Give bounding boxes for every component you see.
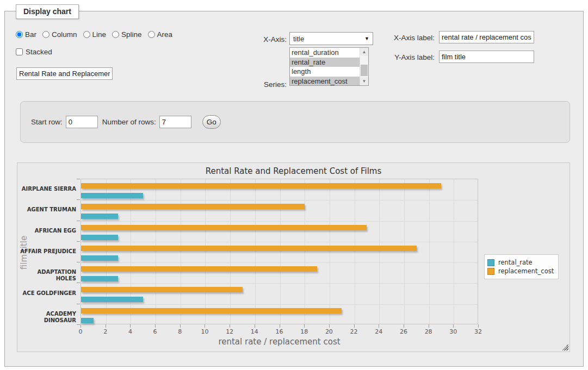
chart-type-radio-group: BarColumnLineSplineArea [16, 30, 178, 39]
x-axis-selected-value: title [293, 35, 304, 43]
x-tick-mark [379, 324, 379, 328]
chart-type-label: Column [52, 30, 77, 39]
chart-type-radio-column[interactable] [42, 31, 49, 38]
series-option[interactable]: length [290, 67, 360, 77]
stacked-label: Stacked [26, 48, 52, 56]
bar-replacement_cost[interactable] [81, 183, 441, 189]
bar-replacement_cost[interactable] [81, 308, 342, 313]
y-tick-mark [77, 304, 80, 304]
x-tick-label: 32 [470, 328, 486, 335]
y-tick-label: ADAPTATION HOLES [17, 269, 76, 282]
x-tick-mark [205, 324, 205, 328]
chart-type-label: Area [157, 30, 173, 39]
y-tick-mark [77, 324, 80, 325]
start-row-label: Start row: [31, 118, 63, 126]
bar-rental_rate[interactable] [81, 214, 118, 219]
legend-row: rental_rate [487, 259, 554, 266]
bar-replacement_cost[interactable] [81, 225, 367, 230]
x-tick-mark [230, 324, 230, 328]
chart-title: Rental Rate and Replacement Cost of Film… [17, 166, 570, 176]
number-of-rows-input[interactable] [159, 116, 191, 128]
y-tick-label: AGENT TRUMAN [17, 206, 76, 213]
x-tick-mark [304, 324, 305, 328]
chart-type-label: Line [92, 30, 107, 39]
gridline-vertical [379, 179, 380, 324]
bar-rental_rate[interactable] [81, 297, 143, 302]
x-tick-label: 12 [221, 328, 238, 335]
gridline-vertical [280, 179, 281, 324]
x-tick-label: 20 [321, 328, 337, 335]
x-tick-label: 26 [395, 328, 412, 335]
y-tick-mark [77, 179, 80, 179]
gridline-vertical [429, 179, 430, 324]
series-listbox-label: Series: [239, 80, 287, 89]
y-axis-label-field-label: Y-Axis label: [353, 53, 435, 61]
scroll-down-icon[interactable]: ▼ [360, 77, 368, 85]
x-axis-label-field-label: X-Axis label: [353, 34, 435, 42]
gridline-vertical [305, 179, 305, 324]
chart-type-radio-spline[interactable] [112, 31, 119, 38]
chart-type-option-area: Area [148, 30, 173, 39]
chart-title-input[interactable] [16, 67, 113, 80]
x-tick-mark [404, 324, 404, 328]
y-tick-label: ACE GOLDFINGER [17, 290, 76, 297]
chart-type-option-line: Line [83, 30, 107, 39]
scrollbar-thumb[interactable] [361, 65, 368, 76]
chart-type-radio-bar[interactable] [16, 31, 23, 38]
x-tick-label: 2 [97, 328, 114, 335]
legend-row: replacement_cost [487, 267, 554, 275]
x-tick-label: 10 [196, 328, 213, 335]
go-button[interactable]: Go [202, 115, 221, 129]
x-tick-mark [180, 324, 181, 328]
gridline-horizontal [81, 200, 478, 200]
legend-swatch-replacement_cost [487, 268, 494, 275]
bar-rental_rate[interactable] [81, 255, 118, 261]
bar-replacement_cost[interactable] [81, 246, 417, 251]
x-tick-mark [354, 324, 355, 328]
row-range-toolbar: Start row: Number of rows: Go [20, 101, 570, 143]
x-tick-mark [255, 324, 255, 328]
series-option[interactable]: rental_rate [290, 58, 360, 67]
start-row-input[interactable] [66, 116, 98, 128]
gridline-vertical [230, 179, 231, 324]
x-tick-mark [329, 324, 330, 328]
x-axis-label-input[interactable] [439, 31, 534, 43]
legend-swatch-rental_rate [487, 259, 494, 266]
x-tick-label: 8 [172, 328, 188, 335]
y-tick-mark [77, 262, 80, 262]
gridline-vertical [404, 179, 405, 324]
bar-replacement_cost[interactable] [81, 266, 317, 272]
bar-replacement_cost[interactable] [81, 204, 305, 209]
bar-rental_rate[interactable] [81, 276, 118, 281]
x-tick-label: 28 [420, 328, 437, 335]
chart-legend: rental_ratereplacement_cost [484, 254, 559, 279]
display-chart-panel: Display chart BarColumnLineSplineArea St… [4, 11, 584, 367]
resize-grip-icon[interactable] [562, 344, 568, 350]
x-tick-label: 22 [346, 328, 362, 335]
gridline-horizontal [81, 304, 478, 305]
gridline-vertical [156, 179, 156, 324]
series-option[interactable]: rental_duration [290, 48, 360, 58]
gridline-horizontal [81, 262, 478, 263]
x-tick-mark [81, 324, 81, 328]
gridline-horizontal [81, 283, 478, 284]
x-tick-label: 6 [147, 328, 163, 335]
chart-type-option-bar: Bar [16, 30, 36, 39]
bar-rental_rate[interactable] [81, 193, 143, 198]
chart-x-axis-title: rental rate / replacement cost [81, 337, 478, 347]
gridline-vertical [181, 179, 181, 324]
chart-type-option-spline: Spline [112, 30, 142, 39]
bar-rental_rate[interactable] [81, 235, 118, 240]
series-option[interactable]: replacement_cost [290, 77, 360, 86]
plot-area [81, 179, 478, 324]
gridline-vertical [205, 179, 206, 324]
chart-type-radio-line[interactable] [83, 31, 90, 38]
stacked-checkbox[interactable] [16, 48, 23, 55]
gridline-vertical [454, 179, 454, 324]
chart-type-radio-area[interactable] [148, 31, 155, 38]
bar-replacement_cost[interactable] [81, 287, 243, 292]
y-axis-label-input[interactable] [439, 51, 534, 63]
x-tick-mark [429, 324, 429, 328]
gridline-vertical [255, 179, 256, 324]
bar-rental_rate[interactable] [81, 318, 94, 323]
